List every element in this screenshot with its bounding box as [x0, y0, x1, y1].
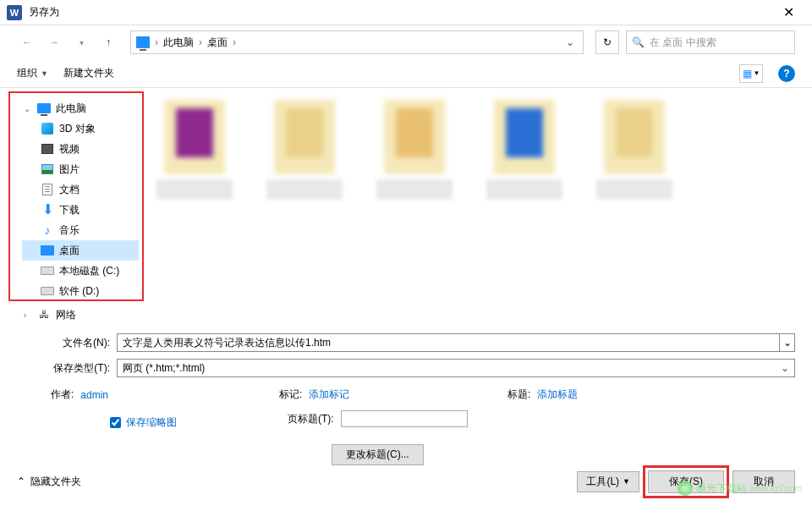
- tree-label: 音乐: [59, 223, 80, 238]
- recent-dropdown-icon[interactable]: ▾: [71, 32, 91, 52]
- cube-icon: [41, 123, 53, 135]
- disk-icon: [41, 287, 54, 295]
- add-tag-link[interactable]: 添加标记: [309, 387, 349, 402]
- file-thumbnail: [384, 100, 445, 174]
- download-icon: ⬇: [41, 203, 54, 217]
- address-bar[interactable]: › 此电脑 › 桌面 › ⌄: [130, 30, 584, 54]
- desktop-icon: [41, 245, 54, 256]
- tree-label: 文档: [59, 183, 80, 197]
- refresh-button[interactable]: ↻: [595, 30, 619, 54]
- footer: ⌃ 隐藏文件夹 工具(L) ▼ 保存(S) 取消: [0, 467, 812, 496]
- search-input[interactable]: 🔍 在 桌面 中搜索: [626, 30, 795, 54]
- tree-videos[interactable]: 视频: [22, 139, 139, 159]
- file-thumbnail: [604, 100, 665, 174]
- page-title-input[interactable]: [341, 410, 468, 427]
- file-item[interactable]: [482, 100, 567, 200]
- window-title: 另存为: [29, 5, 771, 19]
- pc-icon: [37, 103, 51, 113]
- tree-3d-objects[interactable]: 3D 对象: [22, 118, 139, 139]
- back-button[interactable]: ←: [17, 32, 37, 52]
- chevron-down-icon: ▼: [623, 477, 630, 486]
- breadcrumb-pc[interactable]: 此电脑: [163, 36, 194, 50]
- tree-desktop[interactable]: 桌面: [22, 240, 139, 261]
- new-folder-button[interactable]: 新建文件夹: [63, 66, 114, 80]
- file-item[interactable]: [262, 100, 347, 200]
- address-dropdown-icon[interactable]: ⌄: [562, 36, 578, 48]
- up-button[interactable]: ↑: [98, 32, 118, 52]
- tree-label: 桌面: [59, 244, 80, 258]
- tree-label: 此电脑: [56, 102, 86, 116]
- chevron-right-icon: ›: [155, 36, 158, 48]
- tree-this-pc[interactable]: ⌄ 此电脑: [22, 98, 139, 118]
- tree-music[interactable]: ♪ 音乐: [22, 220, 139, 240]
- author-label: 作者:: [51, 387, 74, 402]
- organize-menu[interactable]: 组织 ▼: [17, 66, 48, 80]
- pc-icon: [136, 36, 150, 48]
- tree-documents[interactable]: 文档: [22, 179, 139, 200]
- tools-menu[interactable]: 工具(L) ▼: [577, 471, 639, 492]
- breadcrumb-desktop[interactable]: 桌面: [207, 36, 228, 50]
- file-thumbnail: [164, 100, 225, 174]
- app-icon: W: [7, 5, 22, 20]
- tree-label: 本地磁盘 (C:): [59, 264, 119, 278]
- save-thumbnail-row: 保存缩略图: [0, 415, 288, 430]
- author-value[interactable]: admin: [80, 389, 108, 401]
- file-list[interactable]: [144, 88, 812, 325]
- search-icon: 🔍: [632, 36, 645, 48]
- forward-button[interactable]: →: [44, 32, 64, 52]
- tree-pictures[interactable]: 图片: [22, 159, 139, 179]
- tree-software-d[interactable]: 软件 (D:): [22, 281, 139, 301]
- filetype-value: 网页 (*.htm;*.html): [123, 361, 205, 376]
- filename-dropdown-icon[interactable]: ⌄: [780, 333, 795, 352]
- file-thumbnail: [494, 100, 555, 174]
- tree-label: 视频: [59, 142, 80, 157]
- network-icon: 🖧: [37, 308, 51, 321]
- folder-tree: ⌄ 此电脑 3D 对象 视频 图片 文档 ⬇ 下载: [8, 91, 144, 301]
- change-title-button[interactable]: 更改标题(C)...: [332, 444, 424, 465]
- search-placeholder: 在 桌面 中搜索: [650, 36, 716, 50]
- file-thumbnail: [274, 100, 335, 174]
- disk-icon: [41, 266, 54, 275]
- video-icon: [41, 144, 53, 154]
- hide-folders-label: 隐藏文件夹: [30, 475, 81, 489]
- save-thumbnail-label: 保存缩略图: [126, 415, 177, 430]
- chevron-down-icon: ▼: [41, 69, 48, 78]
- file-label: [596, 179, 672, 200]
- chevron-down-icon: ▼: [754, 69, 760, 77]
- tree-local-disk-c[interactable]: 本地磁盘 (C:): [22, 261, 139, 281]
- toolbar: 组织 ▼ 新建文件夹 ▦ ▼ ?: [0, 59, 812, 88]
- filetype-select[interactable]: 网页 (*.htm;*.html) ⌄: [117, 359, 795, 377]
- page-title-label: 页标题(T):: [288, 412, 334, 426]
- save-button[interactable]: 保存(S): [648, 470, 724, 493]
- tree-label: 网络: [56, 308, 76, 322]
- chevron-up-icon: ⌃: [17, 475, 25, 487]
- file-item[interactable]: [592, 100, 677, 200]
- cancel-button[interactable]: 取消: [732, 470, 795, 493]
- hide-folders-toggle[interactable]: ⌃ 隐藏文件夹: [17, 475, 81, 489]
- chevron-right-icon: ›: [233, 36, 236, 48]
- picture-icon: [41, 164, 53, 174]
- file-item[interactable]: [152, 100, 237, 200]
- tree-network[interactable]: › 🖧 网络: [8, 305, 144, 325]
- filename-input[interactable]: [117, 333, 780, 352]
- close-button[interactable]: ✕: [771, 4, 805, 20]
- expand-icon[interactable]: ⌄: [24, 104, 32, 113]
- filetype-label: 保存类型(T):: [17, 361, 110, 376]
- main-area: ⌄ 此电脑 3D 对象 视频 图片 文档 ⬇ 下载: [0, 88, 812, 325]
- chevron-down-icon: ⌄: [781, 362, 789, 374]
- nav-bar: ← → ▾ ↑ › 此电脑 › 桌面 › ⌄ ↻ 🔍 在 桌面 中搜索: [0, 25, 812, 59]
- view-options-button[interactable]: ▦ ▼: [739, 64, 763, 83]
- help-button[interactable]: ?: [778, 65, 795, 82]
- expand-icon[interactable]: ›: [24, 310, 32, 320]
- tree-downloads[interactable]: ⬇ 下载: [22, 200, 139, 220]
- tree-label: 下载: [59, 203, 80, 217]
- title-bar: W 另存为 ✕: [0, 0, 812, 25]
- file-label: [376, 179, 453, 200]
- chevron-right-icon: ›: [199, 36, 202, 48]
- save-form: 文件名(N): ⌄ 保存类型(T): 网页 (*.htm;*.html) ⌄: [0, 325, 812, 381]
- add-title-link[interactable]: 添加标题: [537, 387, 578, 402]
- file-label: [156, 179, 233, 200]
- file-label: [266, 179, 343, 200]
- save-thumbnail-checkbox[interactable]: [110, 417, 121, 428]
- file-item[interactable]: [372, 100, 457, 200]
